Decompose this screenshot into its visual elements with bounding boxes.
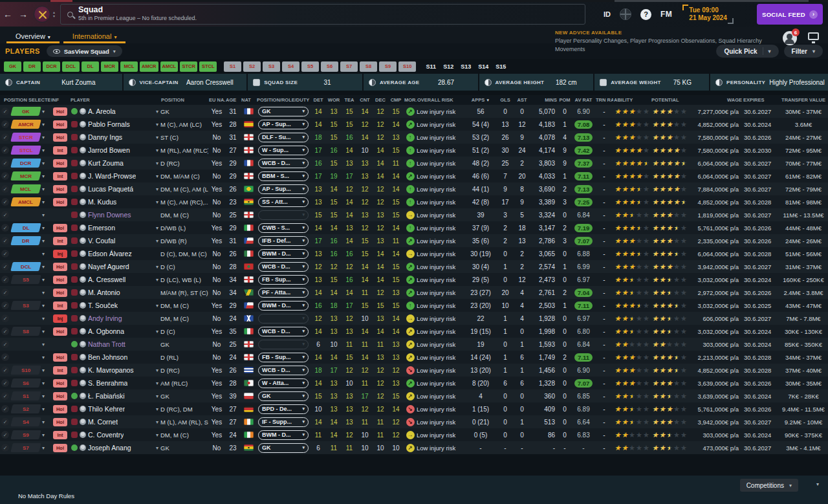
role-duty-dropdown[interactable]: AP - Sup...▾ bbox=[258, 120, 309, 129]
player-cell[interactable]: Ben Johnson bbox=[70, 353, 160, 361]
table-row[interactable]: ✓ DCR▾ Hol Kurt Zouma ▾ D (RC) Yes 29 WC… bbox=[0, 157, 828, 170]
player-cell[interactable]: Danny Ings ▾ bbox=[70, 133, 160, 141]
column-header[interactable]: EU NA... bbox=[208, 97, 225, 103]
info-badge-hol[interactable]: Hol bbox=[53, 405, 67, 413]
role-duty-dropdown[interactable]: WCB - D...▾ bbox=[258, 159, 309, 168]
info-badge-int[interactable]: Int bbox=[53, 237, 67, 245]
info-badge-int[interactable]: Int bbox=[53, 146, 67, 155]
player-cell[interactable]: S. Benrahma ▾ bbox=[70, 379, 160, 387]
info-badge-hol[interactable]: Hol bbox=[53, 418, 67, 426]
panel-expand-chevron[interactable]: ▾ bbox=[816, 481, 819, 487]
row-select-icon[interactable]: ✓ bbox=[0, 289, 10, 296]
row-select-icon[interactable]: ✓ bbox=[0, 405, 10, 413]
row-select-icon[interactable]: ✓ bbox=[0, 263, 10, 270]
position-selected-cell[interactable]: STCL▾ bbox=[10, 146, 50, 155]
table-row[interactable]: ✓ ▾ Flynn Downes DM, M (C) No 25 ▾ 15151… bbox=[0, 208, 828, 221]
column-header[interactable]: MOR... bbox=[404, 97, 417, 103]
player-name[interactable]: K. Mavropanos bbox=[88, 366, 134, 374]
table-row[interactable]: ✓ ▾ Inj Edson Álvarez D (C), DM, M (C) N… bbox=[0, 247, 828, 260]
row-select-icon[interactable]: ✓ bbox=[0, 314, 10, 322]
player-cell[interactable]: C. Coventry ▾ bbox=[70, 431, 160, 439]
row-select-icon[interactable]: ✓ bbox=[0, 120, 10, 128]
table-row[interactable]: ✓ S9▾ Int C. Coventry ▾ DM, M (C) Yes 24… bbox=[0, 428, 828, 441]
player-cell[interactable]: Joseph Anang ▾ bbox=[70, 444, 160, 452]
row-select-icon[interactable]: ✓ bbox=[0, 444, 10, 452]
column-header[interactable]: POSITION/ROLE/DUTY bbox=[256, 97, 310, 103]
position-selected-cell[interactable]: ▾ bbox=[10, 342, 50, 347]
player-cell[interactable]: Andy Irving bbox=[70, 314, 160, 322]
player-name[interactable]: Emerson bbox=[88, 224, 115, 232]
info-badge-int[interactable]: Int bbox=[53, 431, 67, 439]
table-row[interactable]: ✓ ▾ Hol Ben Johnson D (RL) No 24 FB - Su… bbox=[0, 351, 828, 364]
team-switch-spinner[interactable]: ▴▾ bbox=[53, 10, 55, 18]
filter-chip-s2[interactable]: S2 bbox=[243, 61, 261, 72]
row-select-icon[interactable]: ✓ bbox=[0, 353, 10, 361]
help-icon[interactable]: ? bbox=[640, 9, 651, 20]
filter-chip-s8[interactable]: S8 bbox=[360, 61, 377, 72]
filter-chip-stcr[interactable]: STCR bbox=[180, 61, 197, 72]
position-selected-cell[interactable]: S9▾ bbox=[10, 430, 50, 439]
player-name[interactable]: Joseph Anang bbox=[88, 444, 131, 452]
info-badge-inj[interactable]: Inj bbox=[53, 250, 67, 258]
row-select-icon[interactable]: ✓ bbox=[0, 340, 10, 348]
filter-chip-s9[interactable]: S9 bbox=[379, 61, 397, 72]
info-badge-hol[interactable]: Hol bbox=[53, 185, 67, 193]
player-name[interactable]: A. Areola bbox=[88, 107, 116, 115]
player-name[interactable]: M. Kudus bbox=[88, 198, 116, 206]
view-selector-dropdown[interactable]: SasView Squad ▾ bbox=[47, 45, 122, 57]
info-badge-hol[interactable]: Hol bbox=[53, 353, 67, 362]
column-header[interactable]: POM bbox=[558, 97, 572, 103]
filter-chip-gk[interactable]: GK bbox=[4, 61, 21, 72]
player-cell[interactable]: Lucas Paquetá ▾ bbox=[70, 185, 160, 193]
role-duty-dropdown[interactable]: GK▾ bbox=[258, 391, 309, 401]
column-header[interactable]: PLAYER bbox=[70, 97, 160, 103]
table-row[interactable]: ✓ S1▾ Hol Ł. Fabiański ▾ GK Yes 39 GK▾ 1… bbox=[0, 389, 828, 402]
player-name[interactable]: Ben Johnson bbox=[88, 353, 127, 361]
player-name[interactable]: Andy Irving bbox=[88, 314, 122, 322]
column-header[interactable]: NAT bbox=[241, 97, 256, 103]
position-selected-cell[interactable]: DCL▾ bbox=[10, 262, 50, 271]
filter-chip-amcl[interactable]: AMCL bbox=[160, 61, 179, 72]
info-badge-hol[interactable]: Hol bbox=[53, 327, 67, 336]
row-select-icon[interactable]: ✓ bbox=[0, 198, 10, 206]
filter-chip-dl[interactable]: DL bbox=[82, 61, 99, 72]
role-duty-dropdown[interactable]: WCB - D...▾ bbox=[258, 366, 309, 375]
position-selected-cell[interactable]: ▾ bbox=[10, 355, 50, 360]
column-header[interactable]: EXPIRES bbox=[743, 97, 779, 103]
filter-chip-s10[interactable]: S10 bbox=[398, 61, 416, 72]
column-header[interactable]: INF bbox=[50, 97, 70, 103]
row-select-icon[interactable]: ✓ bbox=[0, 431, 10, 439]
column-header[interactable]: POSITION SELECTED bbox=[0, 97, 50, 103]
info-badge-hol[interactable]: Hol bbox=[53, 133, 67, 142]
info-badge-inj[interactable]: Inj bbox=[53, 314, 67, 323]
table-row[interactable]: ✓ S10▾ Int K. Mavropanos ▾ D (RC) Yes 26… bbox=[0, 364, 828, 377]
table-row[interactable]: ✓ DCL▾ Hol Nayef Aguerd ▾ D (C) No 28 WC… bbox=[0, 260, 828, 273]
row-select-icon[interactable]: ✓ bbox=[0, 418, 10, 426]
filter-button[interactable]: Filter ▾ bbox=[784, 45, 823, 58]
filter-chip-amcr[interactable]: AMCR bbox=[140, 61, 158, 72]
player-name[interactable]: M. Cornet bbox=[88, 418, 118, 426]
info-badge-int[interactable]: Int bbox=[53, 301, 67, 310]
player-name[interactable]: V. Coufal bbox=[88, 237, 115, 245]
filter-chip-s13[interactable]: S13 bbox=[458, 61, 474, 72]
tab-international[interactable]: International▾ bbox=[63, 32, 126, 43]
table-row[interactable]: ✓ ▾ Inj Andy Irving DM, M (C) No 24 ▾ 12… bbox=[0, 312, 828, 325]
filter-chip-s5[interactable]: S5 bbox=[301, 61, 319, 72]
player-name[interactable]: M. Antonio bbox=[88, 289, 120, 296]
role-duty-dropdown[interactable]: BWM - D...▾ bbox=[258, 301, 309, 311]
player-cell[interactable]: A. Cresswell ▾ bbox=[70, 276, 160, 283]
player-cell[interactable]: Flynn Downes bbox=[70, 211, 160, 219]
position-selected-cell[interactable]: STCR▾ bbox=[10, 133, 50, 142]
player-name[interactable]: Jarrod Bowen bbox=[88, 146, 130, 154]
search-icon[interactable] bbox=[67, 12, 73, 17]
role-duty-dropdown[interactable]: BBM - S...▾ bbox=[258, 171, 309, 181]
column-header[interactable]: GLS bbox=[497, 97, 514, 103]
position-selected-cell[interactable]: MCL▾ bbox=[10, 184, 50, 193]
column-header[interactable]: APPS▼ bbox=[464, 97, 497, 103]
row-select-icon[interactable]: ✓ bbox=[0, 224, 10, 232]
info-badge-hol[interactable]: Hol bbox=[53, 159, 67, 168]
filter-chip-s3[interactable]: S3 bbox=[263, 61, 280, 72]
filter-chip-s6[interactable]: S6 bbox=[321, 61, 338, 72]
player-name[interactable]: Pablo Fornals bbox=[88, 120, 130, 128]
row-select-icon[interactable]: ✓ bbox=[0, 392, 10, 400]
